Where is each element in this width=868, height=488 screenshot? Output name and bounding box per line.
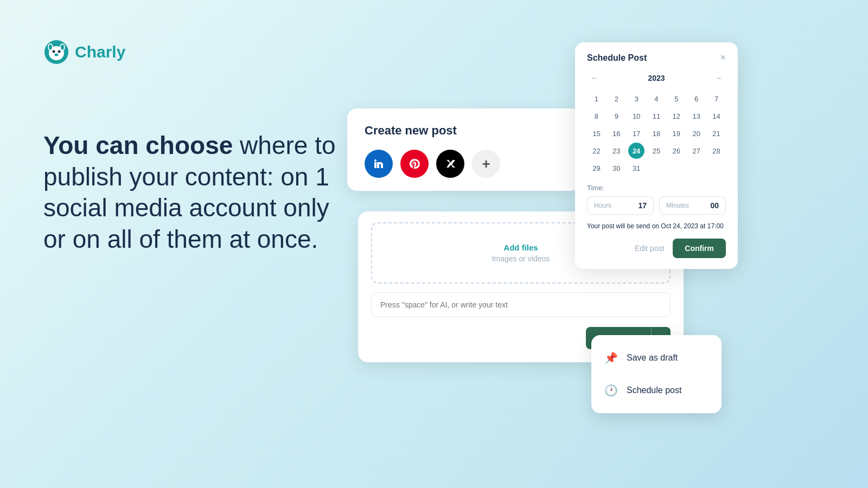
calendar-day-4[interactable]: 4 [648,91,665,107]
x-button[interactable] [436,150,464,178]
modal-header: Schedule Post × [587,52,726,63]
modal-actions: Edit post Confirm [587,239,726,258]
svg-point-7 [61,44,64,50]
calendar-day-11[interactable]: 11 [648,108,665,124]
calendar-day-3[interactable]: 3 [628,91,644,107]
time-inputs: Hours 17 Minutes 00 [587,196,726,215]
confirm-button[interactable]: Confirm [673,239,726,258]
pin-icon: 📌 [604,351,618,364]
svg-point-9 [58,50,61,53]
calendar-day-20[interactable]: 20 [688,125,705,142]
hours-label: Hours [594,202,611,209]
minutes-value: 00 [710,201,719,210]
clock-icon: 🕐 [604,384,618,397]
calendar-year: 2023 [648,74,665,82]
calendar-day-15[interactable]: 15 [588,125,604,142]
schedule-post-label: Schedule post [627,386,681,395]
save-as-draft-item[interactable]: 📌 Save as draft [591,342,722,374]
calendar-day-21[interactable]: 21 [709,125,725,142]
calendar-day-12[interactable]: 12 [668,108,685,124]
schedule-info: Your post will be send on Oct 24, 2023 a… [587,221,726,231]
calendar-prev-button[interactable]: ← [587,72,602,84]
brand-name: Charly [75,43,125,61]
schedule-post-modal: Schedule Post × ← 2023 → 123456789101112… [575,42,738,269]
hero-bold: You can choose [43,131,233,159]
svg-rect-12 [374,162,376,168]
calendar-day-27[interactable]: 27 [688,143,705,159]
pinterest-button[interactable] [400,150,429,178]
calendar-nav: ← 2023 → [587,72,726,84]
calendar-day-9[interactable]: 9 [608,108,624,124]
calendar-day-17[interactable]: 17 [628,125,644,142]
calendar-day-26[interactable]: 26 [668,143,685,159]
calendar-day-6[interactable]: 6 [688,91,705,107]
create-post-title: Create new post [365,124,563,138]
modal-title: Schedule Post [587,53,647,63]
share-dropdown-menu: 📌 Save as draft 🕐 Schedule post [591,335,722,413]
calendar-day-14[interactable]: 14 [709,108,725,124]
svg-point-10 [55,54,59,56]
time-label: Time: [587,184,726,192]
calendar-day-5[interactable]: 5 [668,91,685,107]
modal-close-button[interactable]: × [720,52,726,63]
calendar-day-10[interactable]: 10 [628,108,644,124]
calendar-grid: 1234567891011121314151617181920212223242… [587,91,726,176]
calendar-day-29[interactable]: 29 [588,160,604,176]
calendar-day-23[interactable]: 23 [608,143,624,159]
social-icons-row: + [365,150,563,178]
minutes-input[interactable]: Minutes 00 [659,196,726,215]
schedule-post-item[interactable]: 🕐 Schedule post [591,374,722,407]
hours-value: 17 [638,201,647,210]
hours-input[interactable]: Hours 17 [587,196,654,215]
calendar-day-1[interactable]: 1 [588,91,604,107]
add-network-button[interactable]: + [472,150,500,178]
save-as-draft-label: Save as draft [627,353,678,363]
calendar-day-19[interactable]: 19 [668,125,685,142]
edit-post-button[interactable]: Edit post [635,244,664,253]
hero-paragraph: You can choose where to publish your con… [43,130,347,255]
create-post-card: Create new post + [347,108,580,191]
post-text-input[interactable] [371,292,671,317]
hero-section: You can choose where to publish your con… [43,130,347,255]
calendar-day-2[interactable]: 2 [608,91,624,107]
calendar-day-16[interactable]: 16 [608,125,624,142]
logo-area: Charly [43,39,125,65]
svg-point-13 [374,159,376,162]
calendar-day-7[interactable]: 7 [709,91,725,107]
svg-point-8 [53,50,55,53]
calendar-next-button[interactable]: → [711,72,726,84]
calendar-day-8[interactable]: 8 [588,108,604,124]
logo-icon [43,39,69,65]
svg-point-6 [49,44,52,50]
linkedin-button[interactable] [365,150,393,178]
calendar-day-13[interactable]: 13 [688,108,705,124]
calendar-day-22[interactable]: 22 [588,143,604,159]
calendar-day-18[interactable]: 18 [648,125,665,142]
minutes-label: Minutes [666,202,689,209]
calendar-day-28[interactable]: 28 [709,143,725,159]
calendar-day-31[interactable]: 31 [628,160,644,176]
calendar-day-30[interactable]: 30 [608,160,624,176]
calendar-day-25[interactable]: 25 [648,143,665,159]
calendar-day-24[interactable]: 24 [628,143,644,159]
